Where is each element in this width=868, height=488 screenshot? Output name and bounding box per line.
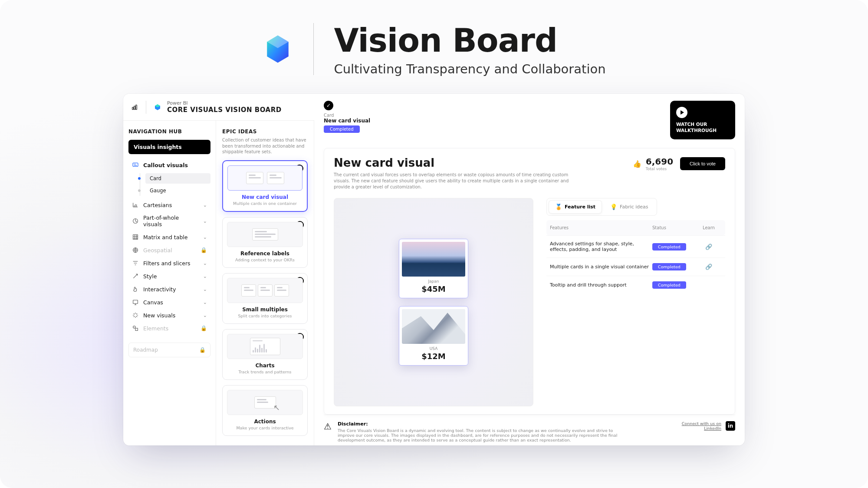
nav-label: Filters and slicers	[143, 260, 199, 267]
preview-label: Japan	[402, 279, 465, 284]
connect-link-a[interactable]: Connect with us on	[682, 421, 721, 426]
preview-image-usa	[402, 309, 465, 344]
epic-title: Small multiples	[227, 307, 303, 313]
nav-label: Geospatial	[143, 247, 196, 254]
epic-card-actions[interactable]: ↖ActionsMake your cards interactive	[222, 385, 308, 436]
nav-item-canvas[interactable]: Canvas⌄	[128, 296, 210, 309]
epic-thumb	[227, 334, 303, 359]
epic-thumb: ↖	[227, 390, 303, 415]
epic-card-reference-labels[interactable]: ✓Reference labelsAdding context to your …	[222, 217, 308, 268]
main-panel: ✓ Card New card visual Completed WATCH O…	[314, 94, 745, 445]
vote-button[interactable]: Click to vote	[680, 157, 725, 170]
preview-card: USA $12M	[399, 306, 468, 366]
svg-rect-7	[133, 300, 138, 303]
epic-subtitle: Multiple cards in one container	[227, 201, 302, 206]
epic-thumb	[227, 278, 303, 303]
crumb-title: New card visual	[324, 118, 370, 124]
hand-icon	[132, 286, 139, 293]
epic-card-charts[interactable]: ChartsTrack trends and patterns	[222, 329, 308, 380]
preview-image-japan	[402, 242, 465, 277]
watch-walkthrough-button[interactable]: WATCH OUR WALKTHROUGH	[670, 101, 735, 139]
chevron-down-icon: ⌄	[203, 313, 207, 318]
tab-label: Feature list	[565, 204, 595, 210]
chevron-down-icon: ⌄	[203, 287, 207, 292]
bulb-icon: 💡	[610, 204, 617, 210]
learn-link-icon[interactable]: 🔗	[696, 264, 722, 270]
epic-ideas-panel: EPIC IDEAS Collection of customer ideas …	[216, 121, 314, 445]
nav-roadmap[interactable]: Roadmap 🔒	[128, 343, 210, 357]
col-status: Status	[652, 225, 696, 230]
check-icon: ✓	[324, 101, 333, 110]
learn-link-icon[interactable]: 🔗	[696, 244, 722, 250]
grid-icon	[132, 234, 139, 241]
chevron-down-icon: ⌄	[203, 260, 207, 266]
product-logo-small-icon	[154, 104, 161, 111]
nav-item-style[interactable]: Style⌄	[128, 270, 210, 283]
nav-item-new-visuals[interactable]: New visuals⌄	[128, 309, 210, 322]
linkedin-icon[interactable]: in	[726, 421, 735, 431]
nav-sub-gauge[interactable]: Gauge	[145, 185, 210, 196]
epic-card-small-multiples[interactable]: Small multiplesSplit cards into categori…	[222, 273, 308, 324]
sidebar-heading: NAVIGATION HUB	[128, 129, 210, 135]
nav-item-matrix-and-table[interactable]: Matrix and table⌄	[128, 231, 210, 244]
crumb-label: Card	[324, 113, 370, 118]
nav-item-elements: Elements🔒	[128, 322, 210, 335]
status-badge: Completed	[652, 243, 686, 251]
status-badge: Completed	[652, 263, 686, 270]
roadmap-label: Roadmap	[133, 347, 158, 353]
sidebar-primary[interactable]: Visuals insights	[128, 140, 210, 154]
nav-label: Matrix and table	[143, 234, 199, 241]
nav-item-geospatial: Geospatial🔒	[128, 244, 210, 257]
tab-feature-list[interactable]: 🏅 Feature list	[549, 201, 602, 213]
product-logo-icon	[262, 33, 293, 65]
tab-fabric-ideas[interactable]: 💡 Fabric ideas	[604, 201, 654, 213]
globe-icon	[132, 247, 139, 254]
connect-link-b[interactable]: LinkedIn	[682, 426, 721, 431]
epic-card-new-card-visual[interactable]: ✓New card visualMultiple cards in one co…	[222, 160, 308, 212]
epic-subtitle: Adding context to your OKRs	[227, 257, 303, 262]
chevron-down-icon: ⌄	[203, 202, 207, 208]
spark-icon	[132, 312, 139, 319]
lock-icon: 🔒	[201, 325, 207, 331]
nav-item-interactivity[interactable]: Interactivity⌄	[128, 283, 210, 296]
status-badge: Completed	[652, 281, 686, 289]
nav-item-cartesians[interactable]: Cartesians⌄	[128, 198, 210, 211]
play-icon	[676, 107, 687, 118]
table-header: Features Status Learn	[546, 220, 725, 235]
powerbi-icon	[131, 104, 138, 111]
ribbon-icon: 🏅	[555, 204, 562, 210]
nav-item-filters-and-slicers[interactable]: Filters and slicers⌄	[128, 257, 210, 270]
svg-rect-1	[134, 106, 135, 109]
nav-label: Canvas	[143, 299, 199, 306]
table-row: Advanced settings for shape, style, effe…	[546, 235, 725, 257]
canvas-icon	[132, 299, 139, 306]
chart-icon	[132, 201, 139, 208]
feature-name: Advanced settings for shape, style, effe…	[550, 241, 652, 252]
disclaimer: ⚠ Disclaimer: The Core Visuals Vision Bo…	[324, 415, 735, 442]
epics-intro: Collection of customer ideas that have b…	[222, 137, 308, 155]
preview-value: $45M	[402, 284, 465, 293]
hero-divider	[313, 23, 314, 75]
detail-card: New card visual The current card visual …	[324, 148, 735, 415]
chevron-down-icon: ⌄	[203, 218, 207, 224]
nav-sub-card[interactable]: Card	[145, 173, 210, 184]
sidebar: NAVIGATION HUB Visuals insights Callout …	[123, 121, 216, 445]
epic-title: Reference labels	[227, 251, 303, 257]
nav-label: Part-of-whole visuals	[143, 214, 199, 228]
nav-label: New visuals	[143, 312, 199, 319]
nav-label: Callout visuals	[143, 162, 207, 168]
chevron-down-icon: ⌄	[203, 234, 207, 240]
epic-title: New card visual	[227, 194, 302, 200]
col-learn: Learn	[696, 225, 722, 230]
disclaimer-body: The Core Visuals Vision Board is a dynam…	[338, 428, 617, 442]
chevron-down-icon: ⌄	[203, 274, 207, 279]
svg-rect-3	[133, 163, 138, 166]
topbar: Power BI CORE VISUALS VISION BOARD	[123, 94, 314, 121]
chevron-down-icon: ⌄	[203, 300, 207, 305]
svg-rect-0	[132, 107, 134, 109]
style-icon	[132, 273, 139, 280]
hero: Vision Board Cultivating Transparency an…	[17, 22, 851, 76]
brand-small: Power BI	[167, 100, 282, 106]
nav-item-part-of-whole-visuals[interactable]: Part-of-whole visuals⌄	[128, 211, 210, 231]
nav-callout-visuals[interactable]: Callout visuals	[128, 158, 210, 171]
